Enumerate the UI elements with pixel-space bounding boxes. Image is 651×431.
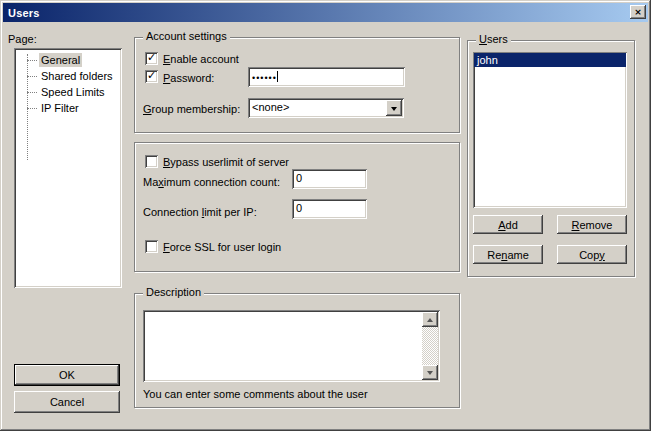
window-title: Users: [3, 7, 40, 19]
connection-limit-per-ip-label: Connection limit per IP:: [143, 206, 257, 218]
password-checkbox[interactable]: [145, 70, 158, 83]
tree-item-general[interactable]: General: [14, 53, 122, 69]
force-ssl-label[interactable]: Force SSL for user login: [163, 241, 281, 253]
password-input[interactable]: ••••••: [248, 67, 405, 87]
tree-item-label: Shared folders: [39, 69, 115, 83]
description-hint: You can enter some comments about the us…: [143, 388, 368, 400]
group-membership-select[interactable]: <none>: [248, 98, 404, 118]
account-settings-group-label: Account settings: [143, 30, 230, 43]
rename-user-button[interactable]: Rename: [473, 245, 543, 264]
copy-user-button[interactable]: Copy: [557, 245, 627, 264]
arrow-up-icon: [427, 315, 433, 322]
ok-button[interactable]: OK: [14, 364, 120, 386]
password-masked-value: ••••••: [252, 73, 277, 83]
close-icon: ×: [634, 8, 642, 17]
scroll-down-button[interactable]: [422, 365, 438, 380]
group-membership-label: Group membership:: [143, 103, 240, 115]
users-listbox[interactable]: john: [473, 52, 627, 208]
add-user-button[interactable]: Add: [473, 215, 543, 234]
title-bar[interactable]: Users ×: [3, 3, 648, 22]
tree-item-ip-filter[interactable]: IP Filter: [14, 101, 122, 117]
close-button[interactable]: ×: [630, 5, 646, 19]
chevron-down-icon: [391, 107, 397, 114]
tree-item-shared-folders[interactable]: Shared folders: [14, 69, 122, 85]
user-list-item[interactable]: john: [474, 53, 626, 67]
text-caret: [277, 71, 278, 82]
tree-item-label: General: [39, 53, 82, 67]
scroll-up-button[interactable]: [422, 312, 438, 327]
force-ssl-checkbox[interactable]: [145, 240, 158, 253]
enable-account-checkbox[interactable]: [145, 52, 158, 65]
remove-user-button[interactable]: Remove: [557, 215, 627, 234]
max-connection-count-label: Maximum connection count:: [143, 176, 280, 188]
password-label[interactable]: Password:: [163, 72, 214, 84]
max-connection-count-input[interactable]: 0: [292, 169, 367, 189]
connection-limit-per-ip-input[interactable]: 0: [292, 199, 367, 219]
description-group-label: Description: [143, 286, 204, 299]
page-tree[interactable]: General Shared folders Speed Limits IP F…: [14, 48, 122, 288]
users-group-label: Users: [476, 33, 511, 46]
group-membership-value: <none>: [252, 101, 289, 113]
bypass-userlimit-checkbox[interactable]: [145, 155, 158, 168]
users-dialog: Users × Page: General Shared folders Spe…: [0, 0, 651, 431]
combo-dropdown-button[interactable]: [386, 100, 402, 116]
tree-item-label: Speed Limits: [39, 85, 107, 99]
enable-account-label[interactable]: Enable account: [163, 53, 239, 65]
arrow-down-icon: [427, 371, 433, 378]
page-label: Page:: [8, 33, 37, 45]
bypass-userlimit-label[interactable]: Bypass userlimit of server: [163, 156, 289, 168]
tree-item-speed-limits[interactable]: Speed Limits: [14, 85, 122, 101]
description-textarea[interactable]: [143, 310, 440, 382]
cancel-button[interactable]: Cancel: [14, 391, 120, 413]
tree-item-label: IP Filter: [39, 101, 81, 115]
vertical-scrollbar[interactable]: [422, 312, 438, 380]
